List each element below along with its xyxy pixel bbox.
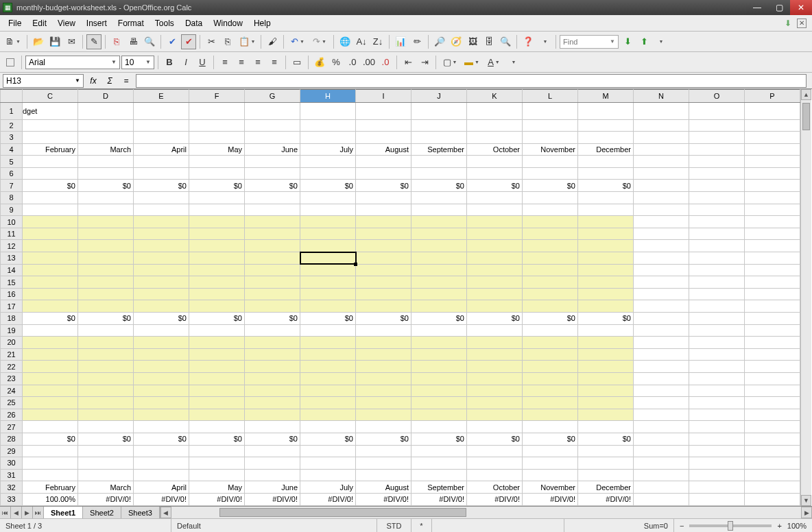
cell[interactable] — [245, 156, 300, 168]
export-pdf-button[interactable]: ⎘ — [109, 34, 124, 49]
cell[interactable] — [189, 119, 245, 132]
sum-button[interactable]: Σ — [103, 74, 117, 88]
cell[interactable] — [411, 457, 467, 470]
cell[interactable] — [523, 119, 578, 132]
cell[interactable] — [134, 102, 189, 119]
autospell-button[interactable]: ✔ — [181, 34, 196, 49]
cell[interactable] — [578, 457, 634, 470]
cell[interactable] — [634, 493, 689, 505]
cell[interactable] — [634, 457, 689, 470]
cell[interactable] — [411, 469, 467, 481]
cell[interactable] — [23, 361, 78, 373]
cell[interactable] — [689, 324, 745, 337]
cell[interactable] — [134, 132, 189, 144]
toolbar-overflow-button[interactable]: ▼ — [653, 34, 668, 49]
cell[interactable] — [245, 288, 300, 300]
cell[interactable] — [23, 445, 78, 457]
cell[interactable] — [78, 421, 134, 433]
cell[interactable]: $0 — [411, 180, 467, 192]
cell[interactable] — [689, 469, 745, 481]
cell[interactable] — [634, 288, 689, 300]
cell[interactable] — [189, 469, 245, 481]
toolbar2-overflow-button[interactable]: ▼ — [505, 55, 521, 70]
cell[interactable]: $0 — [300, 433, 356, 445]
select-all-corner[interactable] — [1, 90, 23, 103]
cell[interactable] — [634, 445, 689, 457]
cell[interactable] — [745, 276, 800, 289]
cell[interactable] — [134, 372, 189, 385]
cell[interactable] — [300, 252, 356, 265]
cell[interactable] — [411, 228, 467, 240]
cell[interactable] — [689, 337, 745, 349]
menu-window[interactable]: Window — [208, 16, 248, 30]
row-header[interactable]: 33 — [1, 493, 23, 505]
cell[interactable] — [578, 445, 634, 457]
cell[interactable] — [745, 143, 800, 156]
cell[interactable] — [689, 276, 745, 289]
cell[interactable]: $0 — [356, 180, 411, 192]
cell[interactable] — [467, 204, 523, 216]
titlebar[interactable]: ▦ monthly-budget-worksheet.xls - OpenOff… — [0, 0, 812, 15]
cell[interactable] — [578, 421, 634, 433]
cell[interactable] — [689, 300, 745, 313]
cell[interactable] — [78, 300, 134, 313]
cell[interactable] — [300, 240, 356, 252]
cell[interactable] — [189, 457, 245, 470]
cell[interactable] — [245, 397, 300, 409]
cell[interactable] — [23, 421, 78, 433]
cell[interactable] — [523, 167, 578, 180]
name-box[interactable]: H13▼ — [3, 74, 84, 88]
cell[interactable] — [78, 457, 134, 470]
cell[interactable]: #DIV/0! — [189, 493, 245, 505]
cell[interactable] — [23, 240, 78, 252]
cell[interactable] — [411, 337, 467, 349]
cell[interactable] — [745, 445, 800, 457]
cell[interactable]: $0 — [523, 180, 578, 192]
cell[interactable] — [134, 409, 189, 421]
cell[interactable] — [356, 228, 411, 240]
sheet-tab[interactable]: Sheet1 — [44, 507, 83, 518]
cell[interactable]: $0 — [467, 180, 523, 192]
cell[interactable] — [689, 228, 745, 240]
row-header[interactable]: 6 — [1, 167, 23, 180]
cell[interactable] — [578, 228, 634, 240]
number-format-button[interactable]: .0 — [345, 55, 360, 70]
cell[interactable] — [245, 276, 300, 289]
cell[interactable] — [356, 119, 411, 132]
cell[interactable] — [578, 348, 634, 361]
cell[interactable] — [689, 288, 745, 300]
cell[interactable] — [467, 300, 523, 313]
cell[interactable] — [300, 469, 356, 481]
cell[interactable] — [523, 361, 578, 373]
cell[interactable] — [189, 156, 245, 168]
cell[interactable] — [356, 421, 411, 433]
cell[interactable]: $0 — [467, 433, 523, 445]
cell[interactable] — [745, 409, 800, 421]
cell[interactable]: $0 — [23, 180, 78, 192]
row-header[interactable]: 19 — [1, 324, 23, 337]
format-paint-button[interactable]: 🖌 — [265, 34, 280, 49]
menu-data[interactable]: Data — [180, 16, 208, 30]
cell[interactable]: June — [245, 481, 300, 494]
row-header[interactable]: 15 — [1, 276, 23, 289]
cell[interactable] — [134, 119, 189, 132]
cell[interactable] — [245, 132, 300, 144]
cell[interactable] — [356, 252, 411, 265]
cell[interactable] — [189, 276, 245, 289]
cell[interactable] — [578, 264, 634, 276]
hyperlink-button[interactable]: 🌐 — [337, 34, 353, 49]
cell[interactable] — [523, 264, 578, 276]
cell[interactable]: $0 — [411, 313, 467, 325]
equals-button[interactable]: = — [119, 74, 133, 88]
cell[interactable] — [23, 457, 78, 470]
cell[interactable] — [523, 192, 578, 204]
cell[interactable] — [78, 409, 134, 421]
cell[interactable] — [78, 264, 134, 276]
cell[interactable] — [189, 445, 245, 457]
cell[interactable] — [134, 469, 189, 481]
cell[interactable] — [634, 337, 689, 349]
cell[interactable] — [78, 348, 134, 361]
cell[interactable] — [634, 180, 689, 192]
cell[interactable] — [467, 337, 523, 349]
cell[interactable] — [134, 457, 189, 470]
